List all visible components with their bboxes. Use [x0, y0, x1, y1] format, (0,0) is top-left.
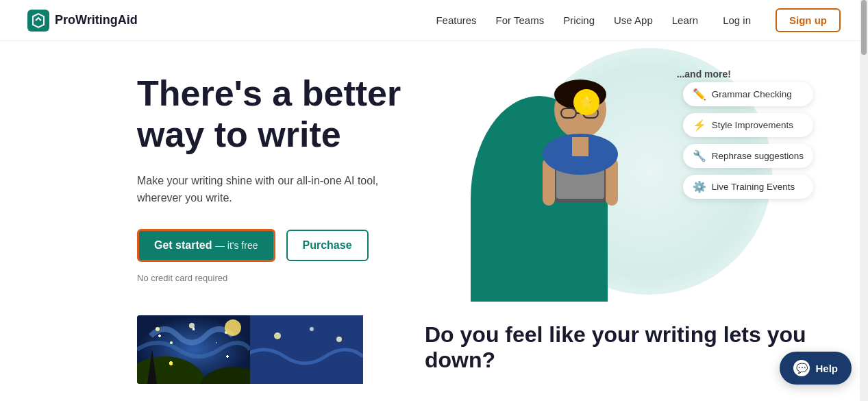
second-section: Do you feel like your writing lets you d…: [0, 302, 868, 398]
hero-section: There's a better way to write Make your …: [0, 41, 868, 302]
nav-pricing[interactable]: Pricing: [563, 14, 595, 26]
feature-pills: ✏️ Grammar Checking ⚡ Style Improvements…: [683, 82, 813, 199]
hero-buttons: Get started — it's free Purchase: [137, 229, 493, 262]
hero-title: There's a better way to write: [137, 73, 493, 156]
svg-point-18: [137, 356, 206, 384]
rephrase-label: Rephrase suggestions: [712, 151, 804, 161]
nav-learn[interactable]: Learn: [672, 14, 698, 26]
artwork-area: [137, 315, 370, 384]
pill-training: ⚙️ Live Training Events: [683, 175, 813, 199]
svg-point-24: [336, 337, 342, 342]
logo-text: ProWritingAid: [55, 13, 138, 27]
svg-point-15: [225, 331, 227, 334]
style-icon: ⚡: [693, 119, 706, 132]
second-right: Do you feel like your writing lets you d…: [425, 315, 841, 373]
svg-rect-0: [27, 10, 49, 32]
hero-illustration: ⭐: [443, 41, 868, 302]
and-more-label: ...and more!: [677, 69, 731, 80]
svg-point-19: [199, 367, 250, 384]
pill-rephrase: 🔧 Rephrase suggestions: [683, 144, 813, 168]
no-credit-card-text: No credit card required: [137, 273, 493, 283]
style-label: Style Improvements: [712, 120, 793, 130]
chat-widget[interactable]: 💬 Help: [780, 352, 852, 385]
logo-icon: [27, 10, 49, 32]
nav-features[interactable]: Features: [436, 14, 476, 26]
navigation: ProWritingAid Features For Teams Pricing…: [0, 0, 868, 41]
hero-title-line2: way to write: [137, 114, 341, 154]
svg-point-17: [225, 319, 241, 336]
svg-rect-11: [572, 137, 588, 156]
second-title: Do you feel like your writing lets you d…: [425, 322, 841, 373]
svg-rect-12: [137, 315, 250, 384]
purchase-button[interactable]: Purchase: [286, 230, 369, 261]
free-tag: — it's free: [215, 240, 258, 251]
nav-links: Features For Teams Pricing Use App Learn…: [436, 8, 841, 32]
chat-label: Help: [815, 363, 838, 374]
scrollbar-thumb[interactable]: [861, 0, 867, 55]
grammar-icon: ✏️: [693, 88, 706, 101]
hero-subtitle: Make your writing shine with our all-in-…: [137, 172, 493, 207]
nav-use-app[interactable]: Use App: [614, 14, 653, 26]
get-started-label: Get started: [154, 239, 212, 251]
svg-point-22: [274, 332, 281, 339]
starry-night-artwork: [137, 315, 250, 384]
nav-for-teams[interactable]: For Teams: [496, 14, 545, 26]
svg-point-16: [170, 341, 173, 344]
chat-icon: 💬: [793, 360, 810, 376]
signup-button[interactable]: Sign up: [776, 8, 841, 32]
hero-content: There's a better way to write Make your …: [137, 73, 493, 283]
scrollbar[interactable]: [860, 0, 868, 401]
star-badge: ⭐: [573, 89, 599, 115]
pill-style: ⚡ Style Improvements: [683, 113, 813, 137]
svg-point-14: [189, 323, 195, 328]
starry-svg: [137, 315, 250, 384]
rephrase-icon: 🔧: [693, 149, 706, 162]
svg-point-23: [310, 327, 314, 331]
get-started-button[interactable]: Get started — it's free: [137, 229, 275, 262]
chat-icon-inner: 💬: [796, 363, 808, 374]
svg-point-13: [156, 327, 160, 331]
logo[interactable]: ProWritingAid: [27, 10, 138, 32]
detail-svg: [243, 315, 363, 384]
grammar-label: Grammar Checking: [712, 89, 792, 99]
artwork-detail: [243, 315, 356, 384]
training-label: Live Training Events: [712, 182, 795, 192]
training-icon: ⚙️: [693, 180, 706, 193]
pill-grammar: ✏️ Grammar Checking: [683, 82, 813, 106]
svg-marker-20: [147, 350, 157, 384]
hero-title-line1: There's a better: [137, 73, 401, 113]
login-button[interactable]: Log in: [717, 12, 756, 29]
person-area: [512, 69, 704, 302]
